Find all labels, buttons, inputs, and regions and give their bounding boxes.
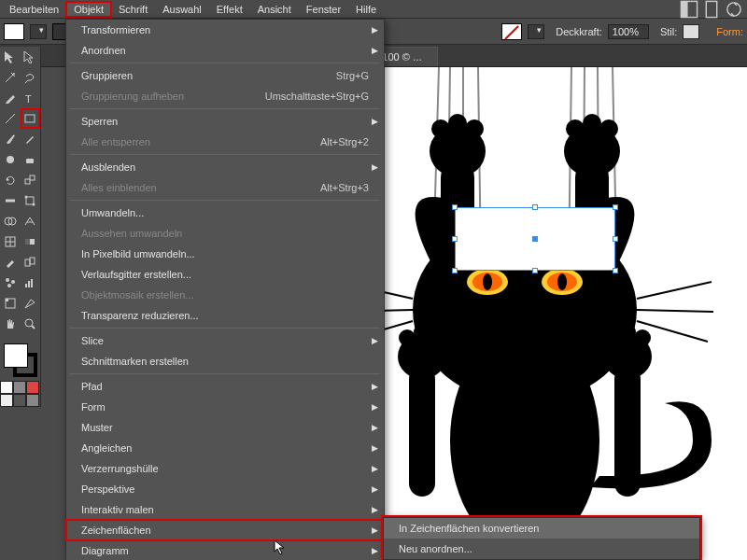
menu-schrift[interactable]: Schrift xyxy=(111,2,155,17)
tool-eyedropper[interactable] xyxy=(0,252,21,273)
objekt-dropdown: Transformieren▶Anordnen▶GruppierenStrg+G… xyxy=(65,19,385,560)
tool-blob[interactable] xyxy=(0,149,21,170)
cursor-icon xyxy=(274,539,287,556)
fill-swatch[interactable] xyxy=(4,23,24,40)
svg-point-69 xyxy=(634,329,651,346)
menu-item[interactable]: Transparenz reduzieren... xyxy=(66,305,384,326)
svg-rect-1 xyxy=(681,1,687,17)
color-mode-swatch[interactable] xyxy=(13,381,26,394)
form-link[interactable]: Form: xyxy=(716,26,743,37)
menu-item[interactable]: Verzerrungshülle▶ xyxy=(66,458,384,479)
menubar: Bearbeiten Objekt Schrift Auswahl Effekt… xyxy=(0,0,747,19)
fill-dropdown[interactable] xyxy=(30,24,47,39)
fill-stroke-control[interactable] xyxy=(0,340,41,381)
menu-item[interactable]: Pfad▶ xyxy=(66,376,384,397)
svg-rect-70 xyxy=(409,366,435,497)
menu-item[interactable]: Verlaufsgitter erstellen... xyxy=(66,264,384,285)
svg-rect-24 xyxy=(25,259,30,266)
tool-width[interactable] xyxy=(0,190,21,211)
menu-item[interactable]: In Pixelbild umwandeln... xyxy=(66,244,384,264)
menu-item: Gruppierung aufhebenUmschalttaste+Strg+G xyxy=(66,86,384,106)
svg-point-5 xyxy=(13,73,15,75)
menu-item[interactable]: Transformieren▶ xyxy=(66,20,384,40)
svg-point-3 xyxy=(727,2,740,15)
tool-blend[interactable] xyxy=(21,252,41,273)
menu-item[interactable]: Diagramm▶ xyxy=(66,540,384,560)
submenu-item[interactable]: Neu anordnen... xyxy=(384,539,699,559)
menu-item[interactable]: Form▶ xyxy=(66,397,384,417)
opacity-value[interactable]: 100% xyxy=(608,24,649,39)
menu-item[interactable]: Perspektive▶ xyxy=(66,479,384,499)
tool-pencil[interactable] xyxy=(21,129,41,149)
svg-rect-30 xyxy=(28,281,30,287)
tool-paintbrush[interactable] xyxy=(0,129,21,149)
tool-scale[interactable] xyxy=(21,170,41,190)
svg-point-16 xyxy=(33,203,35,206)
tool-direct-selection[interactable] xyxy=(21,47,41,67)
tool-gradient[interactable] xyxy=(21,231,41,252)
style-dropdown[interactable] xyxy=(683,24,699,39)
tool-magic-wand[interactable] xyxy=(0,67,21,88)
tool-line[interactable] xyxy=(0,108,21,129)
menu-hilfe[interactable]: Hilfe xyxy=(348,2,384,17)
menu-auswahl[interactable]: Auswahl xyxy=(155,2,209,17)
menu-item[interactable]: Slice▶ xyxy=(66,330,384,351)
color-mode-swatch[interactable] xyxy=(0,381,13,394)
svg-point-63 xyxy=(399,329,416,346)
menu-item[interactable]: Anordnen▶ xyxy=(66,40,384,61)
nofill-dropdown[interactable] xyxy=(528,24,544,39)
menu-objekt[interactable]: Objekt xyxy=(66,2,111,17)
menu-bearbeiten[interactable]: Bearbeiten xyxy=(2,2,66,17)
svg-line-35 xyxy=(32,326,35,329)
svg-rect-31 xyxy=(31,279,33,287)
tool-lasso[interactable] xyxy=(21,67,41,88)
menu-ansicht[interactable]: Ansicht xyxy=(250,2,299,17)
tool-mesh[interactable] xyxy=(0,231,21,252)
color-mode-swatch[interactable] xyxy=(13,394,26,407)
menu-item[interactable]: Muster▶ xyxy=(66,417,384,438)
menu-item[interactable]: GruppierenStrg+G xyxy=(66,65,384,86)
svg-point-27 xyxy=(11,280,15,284)
menu-item[interactable]: Angleichen▶ xyxy=(66,438,384,458)
tool-slice[interactable] xyxy=(21,293,41,314)
tool-zoom[interactable] xyxy=(21,314,41,334)
tool-rotate[interactable] xyxy=(0,170,21,190)
menu-fenster[interactable]: Fenster xyxy=(299,2,348,17)
tool-hand[interactable] xyxy=(0,314,21,334)
tool-rectangle[interactable] xyxy=(21,108,41,129)
menu-item: Objektmosaik erstellen... xyxy=(66,285,384,305)
menu-item[interactable]: Interaktiv malen▶ xyxy=(66,499,384,520)
color-mode-swatch[interactable] xyxy=(26,381,39,394)
selection-bounds[interactable] xyxy=(455,207,615,271)
nofill-swatch[interactable] xyxy=(501,23,522,40)
menu-item[interactable]: Sperren▶ xyxy=(66,111,384,132)
tool-selection[interactable] xyxy=(0,47,21,67)
svg-rect-12 xyxy=(30,175,35,180)
tool-perspective-grid[interactable] xyxy=(21,211,41,231)
tool-type[interactable]: T xyxy=(21,88,41,108)
svg-point-28 xyxy=(7,284,11,287)
tool-free-transform[interactable] xyxy=(21,190,41,211)
svg-point-50 xyxy=(583,114,601,133)
tool-symbol-sprayer[interactable] xyxy=(0,273,21,293)
sync-icon[interactable] xyxy=(725,1,743,18)
menu-effekt[interactable]: Effekt xyxy=(209,2,250,17)
menu-item[interactable]: Schnittmarken erstellen xyxy=(66,351,384,371)
layout-icon[interactable] xyxy=(680,1,698,18)
svg-rect-33 xyxy=(6,299,8,301)
menu-item[interactable]: Zeichenflächen▶ xyxy=(66,520,384,540)
tool-shape-builder[interactable] xyxy=(0,211,21,231)
tool-column-graph[interactable] xyxy=(21,273,41,293)
color-mode-swatch[interactable] xyxy=(0,394,13,407)
svg-point-59 xyxy=(483,273,492,290)
submenu-item[interactable]: In Zeichenflächen konvertieren xyxy=(384,518,699,539)
menu-item[interactable]: Umwandeln... xyxy=(66,203,384,223)
opacity-label: Deckkraft: xyxy=(556,26,602,37)
tool-artboard[interactable] xyxy=(0,293,21,314)
doc-icon[interactable] xyxy=(702,1,721,18)
tool-eraser[interactable] xyxy=(21,149,41,170)
tool-pen[interactable] xyxy=(0,88,21,108)
svg-point-34 xyxy=(25,319,33,327)
color-mode-swatch[interactable] xyxy=(26,394,39,407)
menu-item[interactable]: Ausblenden▶ xyxy=(66,157,384,177)
